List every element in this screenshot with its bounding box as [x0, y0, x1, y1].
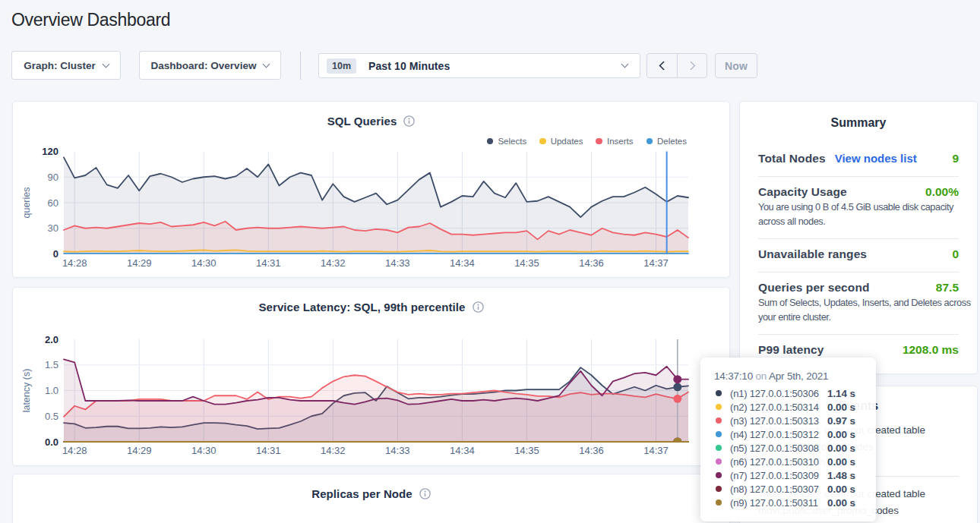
- svg-text:14:29: 14:29: [127, 445, 152, 456]
- svg-text:14:29: 14:29: [127, 257, 152, 269]
- divider: [758, 334, 959, 335]
- svg-text:14:32: 14:32: [321, 445, 346, 456]
- chevron-down-icon: [102, 60, 109, 68]
- tooltip-series-row: (n4) 127.0.0.1:503120.00 s: [714, 427, 876, 441]
- series-color-dot: [716, 417, 722, 424]
- summary-row: P99 latency1208.0 ms: [758, 342, 959, 358]
- page-title: Overview Dashboard: [11, 10, 170, 30]
- tooltip-series-value: 0.00 s: [827, 443, 855, 454]
- tooltip-series-name: (n8) 127.0.0.1:50307: [730, 484, 823, 495]
- tooltip-series-row: (n8) 127.0.0.1:503070.00 s: [714, 482, 876, 496]
- svg-text:90: 90: [48, 172, 58, 183]
- service-latency-chart-card: Service Latency: SQL, 99th percentile 14…: [12, 287, 730, 466]
- tooltip-series-value: 0.00 s: [827, 429, 855, 440]
- sql-queries-chart[interactable]: 14:2814:2914:3014:3114:3214:3314:3414:35…: [13, 102, 731, 279]
- dashboard-dropdown-label: Dashboard: Overview: [151, 60, 257, 71]
- series-color-dot: [716, 458, 722, 465]
- svg-text:0.5: 0.5: [45, 411, 58, 422]
- tooltip-series-value: 0.00 s: [827, 402, 855, 413]
- svg-text:2.0: 2.0: [45, 334, 58, 345]
- svg-text:latency (s): latency (s): [21, 369, 32, 413]
- tooltip-series-value: 0.00 s: [827, 456, 855, 468]
- time-forward-button[interactable]: [677, 54, 707, 77]
- replicas-chart-card: Replicas per Node 15: [12, 474, 730, 523]
- summary-row-subtext: Sum of Selects, Updates, Inserts, and De…: [758, 295, 959, 324]
- summary-row: Total NodesView nodes list9: [758, 151, 959, 166]
- summary-row-value: 0.00%: [925, 184, 959, 200]
- divider: [758, 272, 959, 273]
- tooltip-series-value: 0.00 s: [827, 484, 855, 495]
- tooltip-series-row: (n1) 127.0.0.1:503061.14 s: [714, 386, 876, 400]
- divider: [758, 238, 959, 239]
- view-nodes-list-link[interactable]: View nodes list: [835, 151, 917, 166]
- tooltip-series-row: (n5) 127.0.0.1:503080.00 s: [714, 441, 876, 455]
- time-range-label: Past 10 Minutes: [368, 60, 450, 72]
- tooltip-series-value: 0.97 s: [827, 415, 855, 427]
- series-color-dot: [716, 390, 722, 396]
- series-color-dot: [716, 472, 722, 478]
- tooltip-series-row: (n3) 127.0.0.1:503130.97 s: [714, 414, 876, 427]
- chevron-down-icon: [263, 60, 270, 68]
- tooltip-series-name: (n6) 127.0.0.1:50310: [730, 456, 823, 468]
- summary-row-label: Capacity Usage: [758, 184, 847, 200]
- tooltip-series-row: (n7) 127.0.0.1:503091.48 s: [714, 468, 876, 482]
- summary-row-label: Unavailable ranges: [758, 247, 867, 262]
- svg-text:14:33: 14:33: [385, 445, 410, 456]
- time-range-dropdown[interactable]: 10m Past 10 Minutes: [318, 53, 640, 78]
- summary-panel: Summary Total NodesView nodes list9Capac…: [739, 101, 978, 374]
- summary-row-value: 1208.0 ms: [903, 342, 959, 358]
- svg-text:1.0: 1.0: [45, 385, 58, 396]
- tooltip-series-name: (n2) 127.0.0.1:50314: [730, 402, 823, 413]
- svg-text:14:31: 14:31: [256, 257, 281, 269]
- replicas-chart[interactable]: 15: [13, 474, 731, 523]
- tooltip-series-value: 1.48 s: [827, 470, 855, 481]
- svg-text:14:35: 14:35: [514, 445, 539, 456]
- tooltip-series-row: (n2) 127.0.0.1:503140.00 s: [714, 400, 876, 414]
- svg-text:60: 60: [48, 197, 58, 209]
- summary-row: Queries per second87.5: [758, 280, 959, 295]
- dashboard-dropdown[interactable]: Dashboard: Overview: [139, 51, 281, 80]
- series-color-dot: [716, 445, 722, 451]
- svg-text:14:28: 14:28: [62, 445, 87, 456]
- svg-text:14:31: 14:31: [256, 445, 281, 456]
- svg-text:1.5: 1.5: [45, 359, 58, 370]
- svg-text:14:37: 14:37: [643, 257, 669, 269]
- divider: [758, 176, 959, 177]
- toolbar-divider: [300, 52, 301, 80]
- svg-text:14:36: 14:36: [579, 257, 604, 269]
- summary-row-label: P99 latency: [758, 342, 824, 358]
- summary-row-subtext: You are using 0 B of 4.5 GiB usable disk…: [758, 200, 959, 228]
- summary-row-value: 9: [952, 151, 959, 166]
- now-button[interactable]: Now: [715, 53, 757, 78]
- tooltip-series-name: (n9) 127.0.0.1:50311: [730, 497, 823, 509]
- svg-text:0: 0: [53, 248, 58, 260]
- chart-hover-tooltip: 14:37:10 on Apr 5th, 2021 (n1) 127.0.0.1…: [700, 358, 876, 521]
- series-color-dot: [716, 499, 722, 506]
- svg-text:queries: queries: [21, 187, 32, 219]
- series-color-dot: [716, 486, 722, 492]
- series-color-dot: [716, 404, 722, 410]
- tooltip-series-name: (n4) 127.0.0.1:50312: [730, 429, 823, 440]
- svg-text:14:34: 14:34: [450, 445, 475, 456]
- tooltip-series-name: (n5) 127.0.0.1:50308: [730, 443, 823, 454]
- summary-row-value: 87.5: [936, 280, 959, 295]
- svg-text:30: 30: [48, 222, 58, 234]
- graph-scope-dropdown[interactable]: Graph: Cluster: [11, 51, 121, 80]
- series-color-dot: [716, 431, 722, 437]
- time-range-badge: 10m: [327, 58, 356, 74]
- time-back-button[interactable]: [647, 54, 677, 77]
- chevron-down-icon: [621, 61, 629, 68]
- tooltip-series-name: (n7) 127.0.0.1:50309: [730, 470, 823, 481]
- summary-row: Capacity Usage0.00%: [758, 184, 959, 200]
- summary-row-label: Total Nodes: [758, 151, 826, 166]
- summary-row-label: Queries per second: [758, 280, 870, 295]
- svg-text:14:34: 14:34: [450, 257, 475, 269]
- tooltip-series-name: (n3) 127.0.0.1:50313: [730, 415, 823, 427]
- chevron-left-icon: [659, 61, 669, 71]
- service-latency-chart[interactable]: 14:2814:2914:3014:3114:3214:3314:3414:35…: [13, 288, 731, 467]
- summary-row: Unavailable ranges0: [758, 247, 959, 262]
- tooltip-series-name: (n1) 127.0.0.1:50306: [730, 388, 823, 399]
- svg-text:14:30: 14:30: [191, 445, 217, 456]
- svg-text:14:30: 14:30: [191, 257, 217, 269]
- sql-queries-chart-card: SQL Queries SelectsUpdatesInsertsDeletes…: [12, 101, 730, 278]
